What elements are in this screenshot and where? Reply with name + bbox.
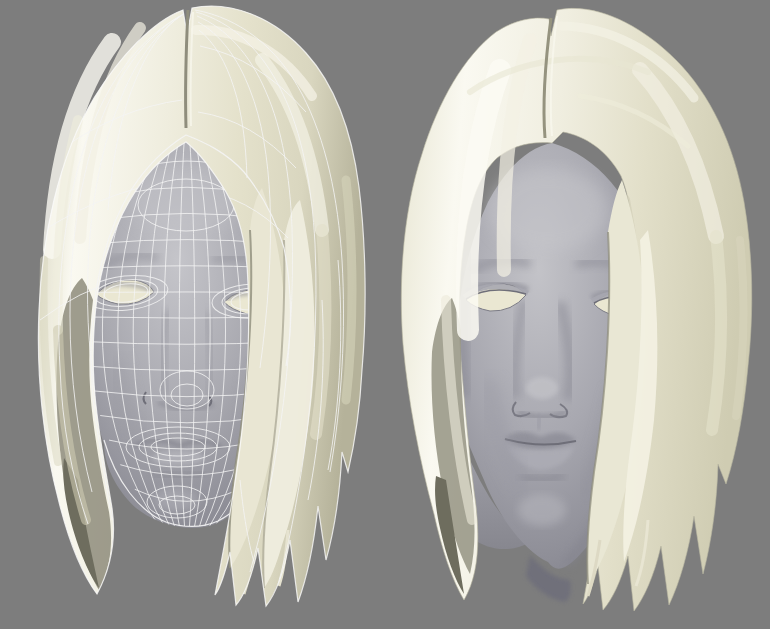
render-svg bbox=[0, 0, 770, 629]
nose-tip bbox=[526, 377, 558, 399]
viewport-canvas bbox=[0, 0, 770, 629]
wireframe-head-render bbox=[38, 6, 365, 606]
shaded-head-render bbox=[401, 8, 751, 611]
